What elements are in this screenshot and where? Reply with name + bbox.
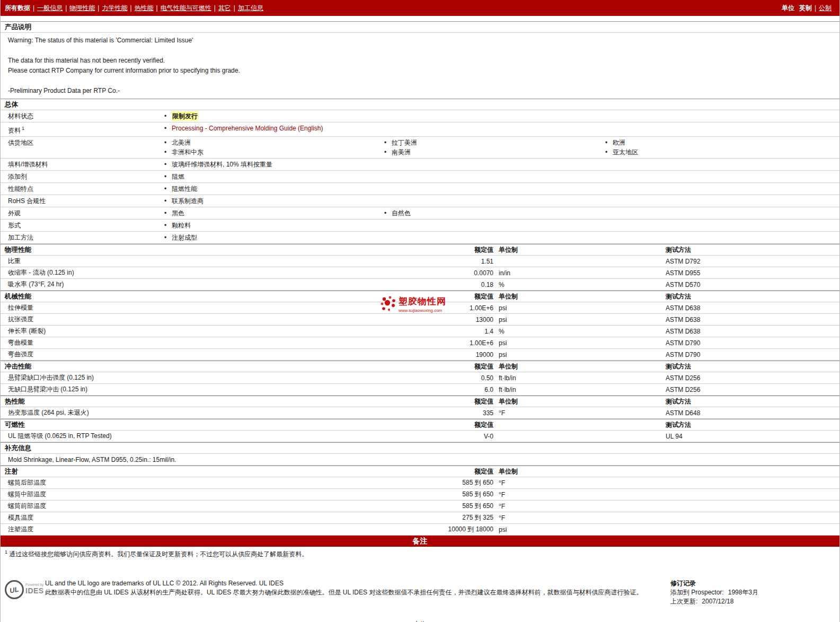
section-title-cell: 冲击性能: [1, 362, 427, 371]
general-values-col: •玻璃纤维增强材料, 10% 填料按重量: [164, 160, 384, 169]
property-value: 0.18: [427, 281, 493, 288]
property-label: 无缺口悬臂梁冲击 (0.125 in): [1, 385, 427, 394]
property-label: 热变形温度 (264 psi, 未退火): [1, 408, 427, 417]
property-value: 1.00E+6: [427, 339, 493, 347]
general-values-col: •Processing - Comprehensive Molding Guid…: [164, 124, 384, 133]
property-value: 585 到 650: [427, 490, 493, 499]
footnote-number: 1: [5, 549, 7, 555]
property-row: 比重1.51ASTM D792: [1, 256, 839, 267]
property-row: 螺筒前部温度585 到 650°F: [1, 501, 839, 512]
property-unit: %: [493, 281, 666, 288]
property-value: 0.50: [427, 374, 493, 382]
general-values-col: •限制发行: [164, 111, 384, 121]
property-label: 螺筒前部温度: [1, 502, 427, 511]
general-row: 形式•颗粒料: [1, 220, 839, 232]
general-row: 填料/增强材料•玻璃纤维增强材料, 10% 填料按重量: [1, 159, 839, 171]
section-header: 冲击性能额定值单位制测试方法: [1, 361, 839, 372]
method-column-header: 测试方法: [666, 420, 839, 430]
property-row: 拉伸模量1.00E+6psiASTM D638: [1, 302, 839, 314]
footnote-text: 通过这些链接您能够访问供应商资料。我们尽量保证及时更新资料；不过您可以从供应商处…: [9, 550, 308, 558]
section-title-cell: 产品说明: [1, 23, 427, 32]
nav-item-8[interactable]: 加工信息: [235, 4, 266, 13]
section-title-cell: 注射: [1, 467, 427, 476]
datasheet-content: 产品说明 Warning: The status of this materia…: [1, 16, 839, 622]
section-header-product-description: 产品说明: [1, 21, 839, 33]
property-value: 1.51: [427, 258, 493, 265]
property-label: 收缩率 - 流动 (0.125 in): [1, 268, 427, 277]
property-value: 1.00E+6: [427, 304, 493, 312]
property-unit: °F: [493, 479, 666, 487]
supplemental-text: Mold Shrinkage, Linear-Flow, ASTM D955, …: [1, 456, 176, 463]
property-label: 弯曲强度: [1, 350, 427, 359]
property-label: 吸水率 (73°F, 24 hr): [1, 280, 427, 289]
value-item: •亚太地区: [605, 147, 839, 157]
method-column-header: 测试方法: [666, 292, 839, 301]
property-value: 0.0070: [427, 269, 493, 277]
property-test-method: ASTM D638: [666, 316, 839, 323]
property-value: 6.0: [427, 386, 493, 393]
property-unit: °F: [493, 491, 666, 498]
unit-column-header: 单位制: [493, 397, 666, 406]
value-text: 黑色: [172, 208, 184, 218]
value-text: 限制发行: [172, 111, 198, 121]
nav-item-6[interactable]: 电气性能与可燃性: [158, 4, 214, 13]
property-value: 13000: [427, 316, 493, 323]
product-description-line: Warning: The status of this material is …: [8, 36, 839, 46]
property-label: 注塑温度: [1, 525, 427, 534]
nav-item-5[interactable]: 热性能: [132, 4, 156, 13]
property-unit: %: [493, 328, 666, 335]
unit-column-header: 单位制: [493, 362, 666, 371]
property-unit: °F: [493, 409, 666, 417]
value-column-header: 额定值: [427, 246, 493, 255]
value-text: 自然色: [392, 208, 411, 218]
property-label: UL 阻燃等级 (0.0625 in, RTP Tested): [1, 432, 427, 441]
section-header: 物理性能额定值单位制测试方法: [1, 244, 839, 256]
value-text: 亚太地区: [613, 147, 638, 157]
property-label: 加工方法: [1, 233, 164, 242]
added-value: 1998年3月: [728, 589, 758, 596]
property-label-text: 填料/增强材料: [8, 161, 48, 168]
value-text: 阻燃性能: [172, 184, 197, 194]
property-label-text: 添加剂: [8, 173, 27, 180]
powered-by-text: Powered by: [25, 583, 44, 586]
property-test-method: UL 94: [666, 433, 839, 440]
section-header-general: 总体: [1, 99, 839, 110]
nav-item-2[interactable]: 一般信息: [34, 4, 65, 13]
general-values-col: •黑色: [164, 208, 384, 218]
value-text: 拉丁美洲: [392, 138, 417, 147]
unit-toggle-1[interactable]: 英制: [797, 4, 815, 13]
product-description-block: Warning: The status of this material is …: [1, 33, 839, 99]
unit-switcher: 单位英制|公制: [782, 4, 834, 13]
bullet-icon: •: [164, 196, 172, 206]
bullet-icon: •: [164, 138, 172, 147]
property-label-text: 资料: [8, 127, 21, 134]
nav-item-3[interactable]: 物理性能: [67, 4, 98, 13]
property-label-text: 性能特点: [8, 185, 33, 192]
ul-ides-logo: UL Powered by IDES: [5, 579, 45, 599]
nav-item-1[interactable]: 所有数据: [5, 4, 33, 13]
property-row: 伸长率 (断裂)1.4%ASTM D638: [1, 326, 839, 337]
property-test-method: ASTM D638: [666, 304, 839, 312]
value-item: •Processing - Comprehensive Molding Guid…: [164, 124, 384, 133]
nav-item-4[interactable]: 力学性能: [99, 4, 130, 13]
general-values-col: •欧洲•亚太地区: [605, 138, 839, 157]
value-text: 欧洲: [613, 138, 625, 147]
value-text: 北美洲: [172, 138, 191, 147]
document-link[interactable]: Processing - Comprehensive Molding Guide…: [172, 124, 323, 133]
property-label: 模具温度: [1, 513, 427, 522]
property-label: 弯曲模量: [1, 338, 427, 347]
bullet-icon: •: [164, 208, 172, 218]
unit-toggle-2[interactable]: 公制: [816, 4, 834, 13]
nav-links: 所有数据|一般信息|物理性能|力学性能|热性能|电气性能与可燃性|其它|加工信息: [5, 4, 266, 13]
value-item: •拉丁美洲: [384, 138, 605, 147]
property-label-text: 外观: [8, 209, 21, 217]
value-item: •黑色: [164, 208, 384, 218]
nav-item-7[interactable]: 其它: [216, 4, 234, 13]
property-label: 螺筒后部温度: [1, 478, 427, 487]
method-column-header: 测试方法: [666, 397, 839, 406]
value-column-header: 额定值: [427, 420, 493, 430]
bullet-icon: •: [164, 233, 172, 242]
value-item: •限制发行: [164, 111, 384, 121]
section-title: 产品说明: [5, 23, 31, 31]
value-column-header: 额定值: [427, 467, 493, 476]
